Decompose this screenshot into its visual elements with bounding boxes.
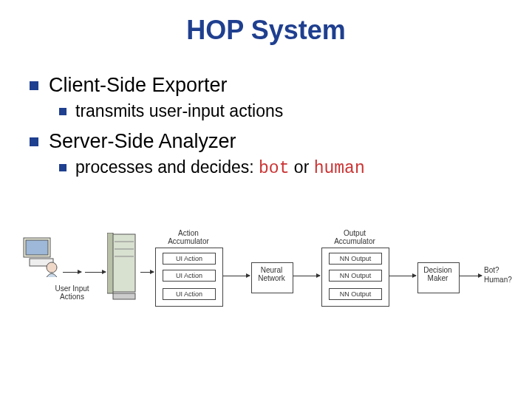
computer-user-icon (22, 236, 63, 281)
server-sub-bot: bot (259, 159, 289, 178)
result-human-label: Human? (484, 276, 517, 284)
arrow-icon (223, 276, 250, 276)
bullet-square-icon (30, 81, 38, 90)
svg-point-3 (47, 262, 57, 273)
action-accumulator-label: Action Accumulator (163, 229, 214, 245)
server-icon (107, 233, 144, 303)
nn-output-box: NN Output (329, 288, 382, 300)
arrow-icon (85, 272, 106, 273)
bullet-client-sub: transmits user-input actions (59, 101, 502, 121)
slide-title: HOP System (0, 15, 532, 46)
ui-action-box: UI Action (163, 288, 216, 300)
ui-action-box: UI Action (163, 270, 216, 282)
bullet-client-exporter: Client-Side Exporter (30, 74, 502, 97)
bullet-list: Client-Side Exporter transmits user-inpu… (30, 74, 502, 187)
output-accumulator-label: Output Accumulator (329, 229, 381, 245)
neural-network-label: Neural Network (251, 266, 292, 282)
bullet-server-analyzer: Server-Side Analyzer (30, 130, 502, 153)
bullet-text: transmits user-input actions (75, 101, 283, 121)
arrow-icon (140, 272, 154, 273)
server-sub-or: or (289, 157, 313, 177)
ui-action-box: UI Action (163, 253, 216, 265)
arrow-icon (63, 272, 81, 273)
bullet-server-sub: processes and decides: bot or human (59, 157, 502, 178)
bullet-square-icon (59, 164, 66, 171)
arrow-icon (460, 276, 482, 276)
result-bot-label: Bot? (484, 266, 514, 274)
server-sub-human: human (314, 159, 365, 178)
nn-output-box: NN Output (329, 270, 382, 282)
svg-rect-4 (110, 234, 135, 292)
arrow-icon (293, 276, 320, 276)
svg-rect-9 (113, 293, 135, 299)
architecture-diagram: User Input Actions Action Accumulator UI… (22, 229, 510, 347)
bullet-text: Client-Side Exporter (49, 74, 228, 97)
decision-maker-label: Decision Maker (417, 266, 458, 282)
svg-rect-1 (26, 240, 48, 255)
user-input-actions-label: User Input Actions (52, 284, 92, 301)
nn-output-box: NN Output (329, 253, 382, 265)
bullet-text: Server-Side Analyzer (49, 130, 236, 153)
arrow-icon (389, 276, 416, 276)
bullet-text: processes and decides: bot or human (75, 157, 365, 178)
server-sub-prefix: processes and decides: (75, 157, 259, 177)
bullet-square-icon (30, 137, 38, 146)
bullet-square-icon (59, 108, 66, 115)
svg-rect-5 (107, 233, 113, 293)
